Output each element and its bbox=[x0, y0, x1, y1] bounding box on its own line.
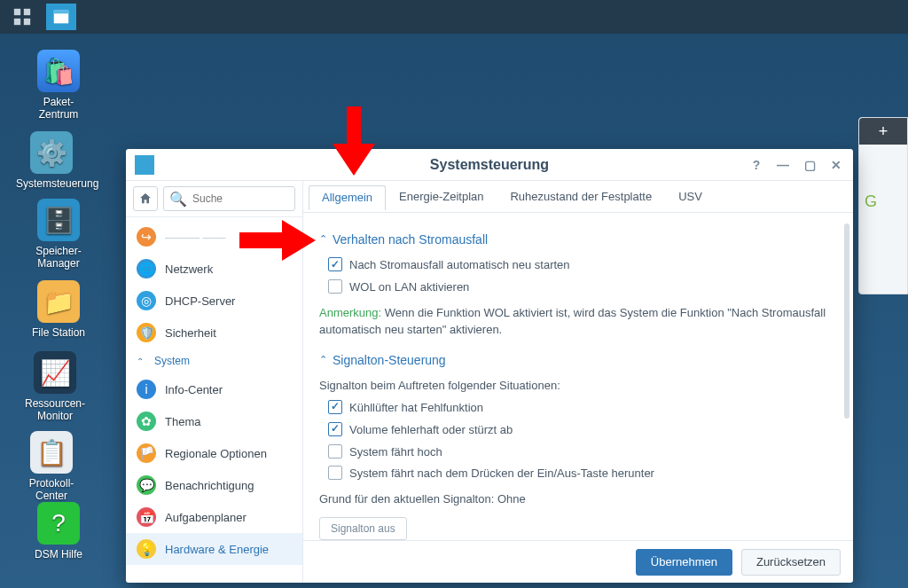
sidebar-item-sicherheit[interactable]: 🛡️ Sicherheit bbox=[126, 317, 302, 349]
sidebar-item-label: Sicherheit bbox=[165, 326, 216, 340]
checkbox-row-autostart[interactable]: Nach Stromausfall automatisch neu starte… bbox=[328, 257, 837, 274]
help-button[interactable]: ? bbox=[748, 157, 764, 173]
note-wol: Anmerkung: Wenn die Funktion WOL aktivie… bbox=[319, 305, 837, 339]
svg-rect-5 bbox=[54, 11, 69, 14]
checkbox-volume-fault[interactable] bbox=[328, 422, 342, 436]
svg-rect-0 bbox=[14, 9, 20, 15]
app-grid-icon[interactable] bbox=[9, 4, 35, 30]
checkbox-row-fan[interactable]: Kühllüfter hat Fehlfunktion bbox=[328, 400, 837, 417]
dhcp-icon: ◎ bbox=[137, 291, 156, 310]
regional-icon: 🏳️ bbox=[137, 443, 156, 463]
sidebar-item-hardware-energie[interactable]: 💡 Hardware & Energie bbox=[126, 533, 302, 565]
close-button[interactable]: ✕ bbox=[828, 157, 844, 173]
sidebar-item-label: Aufgabenplaner bbox=[165, 511, 247, 524]
sidebar-item-label: Thema bbox=[165, 415, 200, 428]
main-panel: Allgemein Energie-Zeitplan Ruhezustand d… bbox=[303, 181, 853, 583]
checkbox-system-shutdown[interactable] bbox=[328, 466, 342, 480]
sidebar-item-benachrichtigung[interactable]: 💬 Benachrichtigung bbox=[126, 469, 302, 501]
note-text: Wenn die Funktion WOL aktiviert ist, wir… bbox=[319, 306, 826, 336]
signalton-intro: Signalton beim Auftreten folgender Situa… bbox=[319, 378, 837, 395]
sidebar-item-aufgabenplaner[interactable]: 📅 Aufgabenplaner bbox=[126, 501, 302, 533]
tab-energie-zeitplan[interactable]: Energie-Zeitplan bbox=[386, 184, 497, 209]
sidebar-group-system[interactable]: ⌃ System bbox=[126, 349, 302, 373]
window-titlebar[interactable]: Systemsteuerung ? — ▢ ✕ bbox=[126, 149, 853, 181]
checkbox-label: System fährt hoch bbox=[349, 444, 442, 461]
search-input[interactable] bbox=[192, 192, 289, 205]
control-panel-icon: ⚙️ bbox=[30, 131, 73, 174]
checkbox-system-boot[interactable] bbox=[328, 444, 342, 459]
log-center-icon: 📋 bbox=[30, 431, 73, 474]
chevron-down-icon: ⌃ bbox=[137, 357, 144, 366]
window-title: Systemsteuerung bbox=[126, 157, 853, 173]
checkbox-label: WOL on LAN aktivieren bbox=[349, 279, 469, 296]
checkbox-wol[interactable] bbox=[328, 279, 342, 294]
widget-panel[interactable]: + G bbox=[858, 117, 908, 294]
add-widget-button[interactable]: + bbox=[859, 118, 907, 145]
tab-ruhezustand[interactable]: Ruhezustand der Festplatte bbox=[497, 184, 665, 209]
sidebar-group-label: System bbox=[154, 355, 190, 367]
sidebar-item-label: Benachrichtigung bbox=[165, 479, 254, 492]
checkbox-autostart[interactable] bbox=[328, 257, 342, 271]
sidebar-list: ↪ ——— —— 🌐 Netzwerk ◎ DHCP-Server 🛡️ Sic… bbox=[126, 217, 302, 583]
button-bar: Übernehmen Zurücksetzen bbox=[303, 540, 853, 583]
sidebar-item-label: Netzwerk bbox=[165, 263, 213, 276]
sidebar-item-regionale-optionen[interactable]: 🏳️ Regionale Optionen bbox=[126, 437, 302, 469]
checkbox-label: Kühllüfter hat Fehlfunktion bbox=[349, 400, 483, 417]
desktop-icon-label: File Station bbox=[23, 326, 94, 339]
tab-bar: Allgemein Energie-Zeitplan Ruhezustand d… bbox=[303, 181, 853, 213]
sidebar-item-truncated[interactable]: ↪ ——— —— bbox=[126, 221, 302, 253]
sidebar-item-netzwerk[interactable]: 🌐 Netzwerk bbox=[126, 253, 302, 285]
desktop-icon-label: Systemsteuerung bbox=[16, 177, 87, 190]
signalton-off-button[interactable]: Signalton aus bbox=[319, 517, 407, 540]
checkbox-row-boot[interactable]: System fährt hoch bbox=[328, 444, 837, 461]
theme-icon: ✿ bbox=[137, 412, 156, 431]
widget-label: G bbox=[859, 145, 907, 211]
section-header-stromausfall[interactable]: ⌃ Verhalten nach Stromausfall bbox=[319, 231, 837, 248]
file-station-icon: 📁 bbox=[37, 280, 80, 323]
desktop-icon-label: Speicher- Manager bbox=[23, 245, 94, 270]
desktop-icon-label: Ressourcen- Monitor bbox=[20, 397, 90, 422]
window-icon bbox=[135, 155, 154, 175]
desktop-icon-label: Paket- Zentrum bbox=[23, 96, 94, 121]
desktop-icon-paket-zentrum[interactable]: 🛍️ Paket- Zentrum bbox=[23, 50, 94, 121]
desktop-icon-dsm-hilfe[interactable]: ? DSM Hilfe bbox=[23, 502, 94, 561]
search-field[interactable]: 🔍 bbox=[163, 186, 295, 211]
checkbox-row-volume[interactable]: Volume fehlerhaft oder stürzt ab bbox=[328, 422, 837, 439]
checkbox-row-wol[interactable]: WOL on LAN aktivieren bbox=[328, 279, 837, 296]
taskbar-window-icon[interactable] bbox=[46, 4, 76, 30]
signalton-status: Grund für den aktuellen Signalton: Ohne bbox=[319, 491, 837, 508]
scrollbar[interactable] bbox=[844, 223, 849, 419]
desktop-icon-ressourcen-monitor[interactable]: 📈 Ressourcen- Monitor bbox=[20, 351, 90, 422]
home-button[interactable] bbox=[133, 186, 158, 211]
reset-button[interactable]: Zurücksetzen bbox=[741, 549, 841, 576]
chevron-up-icon: ⌃ bbox=[319, 353, 327, 367]
desktop-icon-speicher-manager[interactable]: 🗄️ Speicher- Manager bbox=[23, 199, 94, 270]
scheduler-icon: 📅 bbox=[137, 507, 156, 527]
section-title: Verhalten nach Stromausfall bbox=[333, 231, 488, 248]
section-title: Signalton-Steuerung bbox=[333, 351, 446, 369]
settings-scroll-area[interactable]: ⌃ Verhalten nach Stromausfall Nach Strom… bbox=[303, 213, 853, 540]
checkbox-label: Nach Stromausfall automatisch neu starte… bbox=[349, 257, 570, 274]
checkbox-fan-fault[interactable] bbox=[328, 400, 342, 414]
notification-icon: 💬 bbox=[137, 475, 156, 495]
sidebar: 🔍 ↪ ——— —— 🌐 Netzwerk ◎ DHCP-Server bbox=[126, 181, 303, 583]
sidebar-item-info-center[interactable]: i Info-Center bbox=[126, 373, 302, 405]
tab-usv[interactable]: USV bbox=[665, 184, 716, 209]
desktop-icon-protokoll-center[interactable]: 📋 Protokoll-Center bbox=[16, 431, 87, 502]
sidebar-item-thema[interactable]: ✿ Thema bbox=[126, 405, 302, 437]
sidebar-item-label: Regionale Optionen bbox=[165, 447, 267, 460]
section-header-signalton[interactable]: ⌃ Signalton-Steuerung bbox=[319, 351, 837, 369]
maximize-button[interactable]: ▢ bbox=[802, 157, 818, 173]
checkbox-row-shutdown[interactable]: System fährt nach dem Drücken der Ein/Au… bbox=[328, 466, 837, 482]
sidebar-item-dhcp-server[interactable]: ◎ DHCP-Server bbox=[126, 285, 302, 317]
minimize-button[interactable]: — bbox=[775, 157, 791, 173]
help-icon: ? bbox=[37, 502, 80, 545]
svg-rect-3 bbox=[24, 19, 30, 25]
svg-rect-1 bbox=[24, 9, 30, 15]
desktop-icon-file-station[interactable]: 📁 File Station bbox=[23, 280, 94, 339]
tab-allgemein[interactable]: Allgemein bbox=[309, 185, 386, 210]
bulb-icon: 💡 bbox=[137, 539, 156, 559]
svg-rect-2 bbox=[14, 19, 20, 25]
desktop-icon-systemsteuerung[interactable]: ⚙️ Systemsteuerung bbox=[16, 131, 87, 190]
apply-button[interactable]: Übernehmen bbox=[636, 549, 732, 576]
